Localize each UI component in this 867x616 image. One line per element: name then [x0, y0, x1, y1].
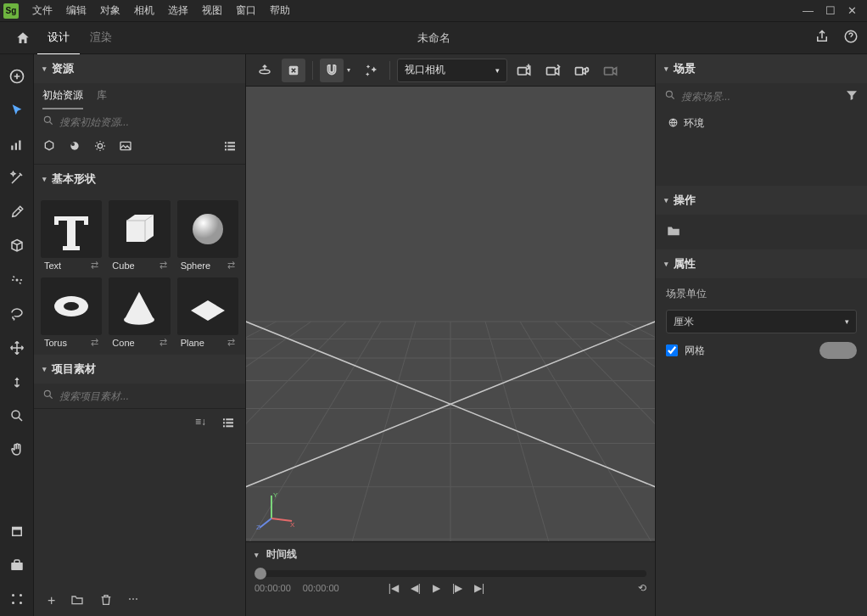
archive-icon[interactable]	[0, 514, 34, 548]
svg-point-5	[15, 279, 18, 282]
move-tool[interactable]	[0, 331, 34, 365]
camera-sync-icon[interactable]	[541, 59, 565, 82]
options-icon[interactable]: ⇄	[91, 337, 98, 348]
grid-toggle[interactable]	[819, 342, 857, 359]
filter-light-icon[interactable]	[93, 139, 107, 155]
options-icon[interactable]: ⇄	[159, 337, 167, 348]
window-close-icon[interactable]: ✕	[847, 4, 857, 17]
toolbox-icon[interactable]	[0, 548, 34, 582]
brush-tool[interactable]	[0, 195, 34, 229]
shape-torus[interactable]: Torus⇄	[41, 277, 102, 348]
add-icon[interactable]: +	[48, 593, 55, 609]
shape-label: Sphere	[181, 260, 210, 271]
timeline-header[interactable]: ▾ 时间线	[246, 541, 655, 567]
select-tool[interactable]	[0, 93, 34, 127]
scene-item-label: 环境	[684, 116, 704, 131]
magic-tool[interactable]	[0, 161, 34, 195]
svg-rect-19	[225, 142, 227, 143]
menu-view[interactable]: 视图	[195, 0, 229, 21]
menu-file[interactable]: 文件	[25, 0, 59, 21]
tab-render[interactable]: 渲染	[80, 21, 122, 55]
scene-search-input[interactable]	[681, 91, 840, 103]
camera-add-icon[interactable]	[512, 59, 536, 82]
resources-header[interactable]: ▾ 资源	[34, 54, 245, 83]
options-icon[interactable]: ⇄	[227, 260, 235, 271]
window-minimize-icon[interactable]: —	[803, 4, 814, 17]
skip-start-icon[interactable]: |◀	[389, 582, 399, 594]
loop-icon[interactable]: ⟲	[638, 582, 646, 594]
center-area: ▾ 视口相机 ▾	[246, 54, 655, 616]
shape-text[interactable]: Text⇄	[41, 200, 102, 271]
filter-mesh-icon[interactable]	[42, 139, 56, 155]
filter-material-icon[interactable]	[68, 139, 81, 155]
svg-rect-21	[225, 145, 227, 147]
shape-sphere[interactable]: Sphere⇄	[177, 200, 238, 271]
sort-icon[interactable]: ≡↓	[195, 416, 206, 432]
operations-title: 操作	[674, 193, 696, 208]
camera-select[interactable]: 视口相机 ▾	[397, 59, 507, 82]
filter-image-icon[interactable]	[119, 139, 132, 155]
zoom-tool[interactable]	[0, 399, 34, 433]
share-icon[interactable]	[814, 29, 830, 47]
home-button[interactable]	[8, 22, 37, 54]
operations-header[interactable]: ▾ 操作	[656, 186, 867, 215]
menu-edit[interactable]: 编辑	[59, 0, 93, 21]
tab-design[interactable]: 设计	[37, 21, 80, 55]
grid-checkbox[interactable]	[666, 344, 678, 356]
light-tool[interactable]	[0, 263, 34, 297]
shape-cube[interactable]: Cube⇄	[109, 200, 170, 271]
time-slider[interactable]	[255, 570, 646, 577]
anchor-tool[interactable]	[0, 365, 34, 399]
snap-options-chevron-icon[interactable]: ▾	[344, 66, 354, 74]
lasso-tool[interactable]	[0, 297, 34, 331]
step-forward-icon[interactable]: |▶	[452, 582, 462, 594]
menu-select[interactable]: 选择	[161, 0, 195, 21]
unit-select[interactable]: 厘米 ▾	[666, 310, 857, 333]
transform-tool[interactable]	[0, 127, 34, 161]
help-icon[interactable]	[843, 29, 859, 47]
svg-rect-20	[227, 142, 235, 143]
cube-tool[interactable]	[0, 229, 34, 263]
camera-link-icon[interactable]	[570, 59, 594, 82]
options-icon[interactable]: ⇄	[159, 260, 167, 271]
properties-header[interactable]: ▾ 属性	[656, 249, 867, 278]
add-button[interactable]	[0, 59, 34, 93]
shapes-header[interactable]: ▾ 基本形状	[34, 165, 245, 193]
list-view-icon[interactable]	[223, 139, 237, 155]
filter-icon[interactable]	[845, 88, 859, 104]
folder-icon[interactable]	[666, 229, 681, 241]
options-icon[interactable]: ⇄	[91, 260, 98, 271]
more-icon[interactable]: ⋯	[128, 593, 138, 609]
scene-item-environment[interactable]: 环境	[668, 116, 855, 131]
delete-icon[interactable]	[99, 593, 113, 609]
effects-icon[interactable]	[359, 59, 383, 82]
menu-help[interactable]: 帮助	[263, 0, 297, 21]
step-back-icon[interactable]: ◀|	[411, 582, 421, 594]
play-icon[interactable]: ▶	[433, 582, 440, 594]
skip-end-icon[interactable]: ▶|	[474, 582, 484, 594]
frame-icon[interactable]	[282, 59, 305, 82]
menu-window[interactable]: 窗口	[229, 0, 263, 21]
tab-starter-assets[interactable]: 初始资源	[42, 88, 83, 109]
nodes-icon[interactable]	[0, 582, 34, 616]
viewport-3d[interactable]: Y X Z	[246, 87, 655, 541]
scene-header[interactable]: ▾ 场景	[656, 54, 867, 83]
window-maximize-icon[interactable]: ☐	[825, 4, 836, 17]
shape-plane[interactable]: Plane⇄	[177, 277, 238, 348]
menu-camera[interactable]: 相机	[127, 0, 161, 21]
starter-asset-search[interactable]	[59, 116, 237, 128]
orbit-icon[interactable]	[253, 59, 277, 82]
project-asset-search[interactable]	[59, 390, 237, 402]
hand-tool[interactable]	[0, 433, 34, 467]
chevron-down-icon: ▾	[664, 64, 668, 73]
tab-library[interactable]: 库	[97, 88, 107, 109]
snap-icon[interactable]	[320, 59, 344, 82]
list-view-icon[interactable]	[221, 416, 235, 432]
project-assets-header[interactable]: ▾ 项目素材	[34, 355, 245, 384]
menu-object[interactable]: 对象	[93, 0, 127, 21]
axis-gizmo[interactable]: Y X Z	[256, 489, 299, 531]
camera-lock-icon[interactable]	[599, 59, 623, 82]
shape-cone[interactable]: Cone⇄	[109, 277, 170, 348]
folder-icon[interactable]	[70, 593, 84, 609]
options-icon[interactable]: ⇄	[227, 337, 235, 348]
